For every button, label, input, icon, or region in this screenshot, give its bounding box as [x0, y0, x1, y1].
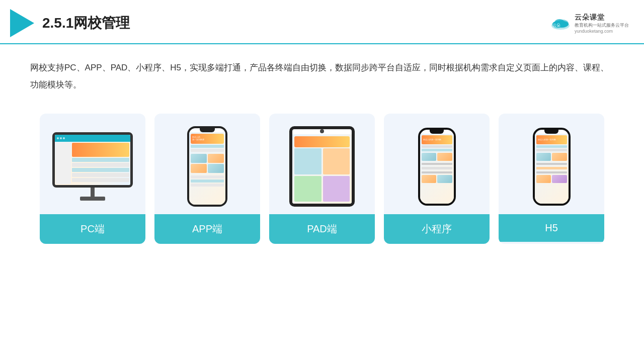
card-pad: PAD端: [269, 114, 375, 244]
card-miniprogram-image: 职达人的第一堂判断: [384, 114, 490, 214]
cards-container: PC端 职达人的第一堂判断课: [0, 99, 644, 259]
header-left: 2.5.1网校管理: [10, 9, 130, 37]
phone-miniprogram-icon: 职达人的第一堂判断: [418, 128, 456, 206]
card-app-image: 职达人的第一堂判断课: [154, 114, 260, 214]
cloud-icon: 云朵: [549, 16, 572, 31]
tablet-pad-icon: [289, 126, 355, 207]
phone-app-icon: 职达人的第一堂判断课: [187, 126, 227, 207]
card-app: 职达人的第一堂判断课 APP端: [154, 114, 260, 244]
card-miniprogram-label: 小程序: [384, 214, 490, 244]
card-miniprogram: 职达人的第一堂判断 小程序: [384, 114, 490, 244]
card-pc: PC端: [40, 114, 145, 244]
header-right: 云朵 云朵课堂 教育机构一站式服务云平台 yunduoketang.com: [549, 13, 629, 34]
description-text: 网校支持PC、APP、PAD、小程序、H5，实现多端打通，产品各终端自由切换，数…: [0, 44, 644, 99]
phone-h5-icon: 职达人的第一堂判断: [533, 128, 571, 206]
brand-logo: 云朵 云朵课堂 教育机构一站式服务云平台 yunduoketang.com: [549, 13, 629, 34]
card-pad-label: PAD端: [269, 214, 375, 244]
card-h5-image: 职达人的第一堂判断: [499, 114, 604, 214]
brand-text-block: 云朵课堂 教育机构一站式服务云平台 yunduoketang.com: [575, 13, 629, 34]
card-pc-label: PC端: [40, 214, 145, 244]
card-h5: 职达人的第一堂判断 H5: [499, 114, 604, 244]
svg-text:云朵: 云朵: [552, 23, 560, 28]
pc-monitor-icon: [52, 132, 133, 201]
card-h5-label: H5: [499, 214, 604, 242]
logo-triangle-icon: [10, 9, 34, 37]
page-header: 2.5.1网校管理 云朵 云朵课堂 教育机构一站式服务云平台 yunduoket…: [0, 0, 644, 44]
card-pc-image: [40, 114, 145, 214]
card-pad-image: [269, 114, 375, 214]
card-app-label: APP端: [154, 214, 260, 244]
brand-url: yunduoketang.com: [575, 29, 613, 34]
brand-name: 云朵课堂: [575, 13, 605, 22]
brand-slogan: 教育机构一站式服务云平台: [575, 22, 629, 29]
page-title: 2.5.1网校管理: [42, 14, 130, 33]
